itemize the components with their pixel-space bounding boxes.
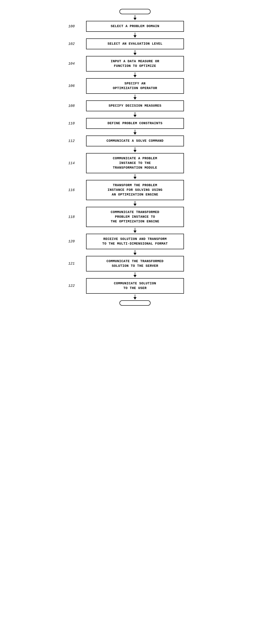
step-label-118: 118	[68, 215, 75, 219]
start-terminal	[119, 9, 151, 14]
step-label-122: 122	[68, 284, 75, 288]
step-box-120: RECEIVE SOLUTION AND TRANSFORM TO THE MU…	[86, 234, 184, 249]
step-box-112: COMMUNICATE A SOLVE COMMAND	[86, 136, 184, 146]
arrow-8	[68, 173, 202, 180]
step-box-102: SELECT AN EVALUATION LEVEL	[86, 38, 184, 49]
arrow-12	[68, 272, 202, 278]
arrow-9	[68, 200, 202, 207]
step-row-114: 114COMMUNICATE A PROBLEM INSTANCE TO THE…	[68, 153, 202, 173]
step-label-112: 112	[68, 139, 75, 143]
step-label-104: 104	[68, 62, 75, 66]
step-row-118: 118COMMUNICATE TRANSFORMED PROBLEM INSTA…	[68, 207, 202, 227]
step-row-120: 120RECEIVE SOLUTION AND TRANSFORM TO THE…	[68, 234, 202, 249]
step-row-106: 106SPECIFY AN OPTIMIZATION OPERATOR	[68, 78, 202, 94]
arrow-5	[68, 111, 202, 118]
step-label-114: 114	[68, 161, 75, 165]
step-row-102: 102SELECT AN EVALUATION LEVEL	[68, 38, 202, 49]
arrow-2	[68, 49, 202, 56]
arrow-1	[68, 32, 202, 38]
end-terminal	[119, 300, 151, 306]
step-box-121: COMMUNICATE THE TRANSFORMED SOLUTION TO …	[86, 256, 184, 272]
step-box-110: DEFINE PROBLEM CONSTRAINTS	[86, 118, 184, 129]
arrow-7	[68, 146, 202, 153]
arrow-6	[68, 129, 202, 136]
step-box-118: COMMUNICATE TRANSFORMED PROBLEM INSTANCE…	[86, 207, 184, 227]
arrow-3	[68, 72, 202, 78]
step-row-121: 121COMMUNICATE THE TRANSFORMED SOLUTION …	[68, 256, 202, 272]
step-box-122: COMMUNICATE SOLUTION TO THE USER	[86, 278, 184, 294]
step-row-104: 104INPUT A DATA MEASURE OR FUNCTION TO O…	[68, 56, 202, 72]
step-label-116: 116	[68, 188, 75, 192]
step-box-116: TRANSFORM THE PROBLEM INSTANCE FOR SOLVI…	[86, 180, 184, 200]
step-row-116: 116TRANSFORM THE PROBLEM INSTANCE FOR SO…	[68, 180, 202, 200]
step-label-106: 106	[68, 84, 75, 88]
step-row-110: 110DEFINE PROBLEM CONSTRAINTS	[68, 118, 202, 129]
step-label-121: 121	[68, 262, 75, 266]
arrow-final	[68, 294, 202, 300]
step-label-110: 110	[68, 122, 75, 126]
step-box-106: SPECIFY AN OPTIMIZATION OPERATOR	[86, 78, 184, 94]
step-box-108: SPECIFY DECISION MEASURES	[86, 100, 184, 111]
flowchart: 100SELECT A PROBLEM DOMAIN102SELECT AN E…	[68, 9, 202, 635]
step-label-100: 100	[68, 24, 75, 28]
step-label-102: 102	[68, 42, 75, 46]
arrow-4	[68, 94, 202, 100]
arrow-10	[68, 227, 202, 234]
arrow-0	[68, 14, 202, 21]
step-row-122: 122COMMUNICATE SOLUTION TO THE USER	[68, 278, 202, 294]
step-box-100: SELECT A PROBLEM DOMAIN	[86, 21, 184, 32]
step-box-104: INPUT A DATA MEASURE OR FUNCTION TO OPTI…	[86, 56, 184, 72]
step-box-114: COMMUNICATE A PROBLEM INSTANCE TO THE TR…	[86, 153, 184, 173]
step-row-100: 100SELECT A PROBLEM DOMAIN	[68, 21, 202, 32]
step-label-120: 120	[68, 240, 75, 244]
step-label-108: 108	[68, 104, 75, 108]
step-row-112: 112COMMUNICATE A SOLVE COMMAND	[68, 136, 202, 146]
arrow-11	[68, 249, 202, 256]
step-row-108: 108SPECIFY DECISION MEASURES	[68, 100, 202, 111]
